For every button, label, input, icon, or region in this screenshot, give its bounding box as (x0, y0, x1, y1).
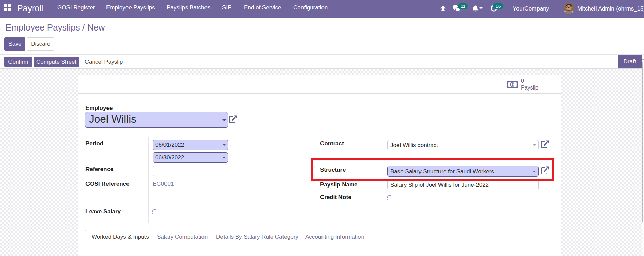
svg-text:1: 1 (511, 83, 513, 87)
